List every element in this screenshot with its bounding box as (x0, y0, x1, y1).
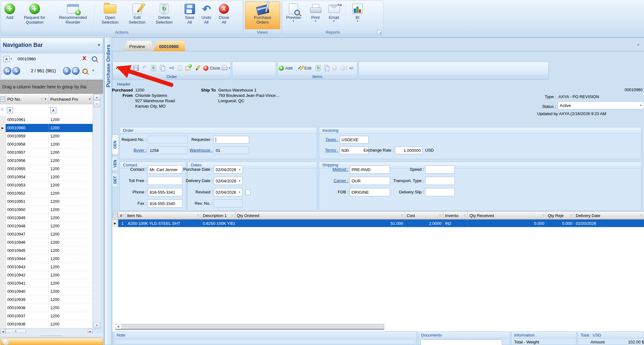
filter-icon[interactable]: ▽ (122, 214, 124, 217)
filter-icon[interactable]: ▽ (231, 214, 233, 217)
po-list-row[interactable]: 00010938 1200 (0, 304, 93, 312)
items-col-item-no[interactable]: Item No.▽ (125, 212, 201, 219)
email-button[interactable]: Email▼ (325, 2, 343, 29)
vendor-column-header[interactable]: Purchased Fro ▼ (49, 94, 93, 104)
po-list-horizontal-scrollbar[interactable]: ◀ ⦀ ▶ (0, 328, 93, 334)
date-dropdown-icon[interactable]: ▼ (238, 180, 241, 182)
delivery-date-input[interactable]: 02/04/2026▼ (214, 177, 243, 185)
po-list-row[interactable]: 00010936 1200 (0, 320, 93, 328)
add-button[interactable]: + Add (3, 2, 17, 29)
speed-input[interactable] (425, 165, 455, 174)
po-list-row[interactable]: 00010960 1200 (0, 124, 93, 132)
order-edit-button[interactable]: Edit (115, 64, 129, 71)
undo-all-button[interactable]: UndoAll (198, 2, 214, 29)
total-weight-row[interactable]: Total - Weight (514, 340, 539, 345)
scroll-up-button[interactable]: ▲ (93, 94, 100, 100)
panel-splitter[interactable] (0, 334, 103, 338)
delivery-slip-input[interactable] (425, 188, 455, 196)
scroll-left-button[interactable]: ◀ (116, 325, 120, 329)
purchase-orders-view-button[interactable]: PurchaseOrders (245, 2, 280, 30)
revised-date-input[interactable]: 02/04/2026▼ (214, 188, 243, 196)
tab-active-document[interactable]: 00010960 (153, 41, 185, 51)
tab-det[interactable]: DET (112, 172, 118, 187)
order-paste-button[interactable] (177, 64, 182, 71)
search-field-type-combo[interactable]: ▼ (3, 56, 13, 62)
filter-icon[interactable]: ▽ (640, 214, 642, 217)
fax-input[interactable]: 816-555-3340 (148, 199, 182, 208)
save-all-button[interactable]: SaveAll (182, 2, 197, 29)
warehouse-input[interactable]: 01 (214, 147, 249, 154)
po-list-row[interactable]: 00010946 1200 (0, 238, 93, 247)
po-list-row[interactable]: 00010942 1200 (0, 271, 93, 279)
purchase-orders-side-strip[interactable]: Purchase Orders (104, 37, 112, 345)
bi-dropdown-arrow[interactable]: ▼ (356, 20, 359, 23)
column-dropdown-icon[interactable]: ▼ (88, 97, 91, 101)
scroll-right-button[interactable]: ▶ (88, 329, 93, 334)
phone-input[interactable]: 816-555-3341 (148, 188, 182, 196)
items-move-down-button[interactable]: ▼ (340, 64, 345, 71)
filter-icon[interactable]: ▽ (439, 214, 441, 217)
order-print-button[interactable]: ▼ (221, 64, 231, 71)
vendor-filter-input[interactable] (57, 107, 91, 113)
email-dropdown-arrow[interactable]: ▼ (333, 20, 335, 23)
buyer-link[interactable]: Buyer : (130, 148, 147, 153)
print-button[interactable]: Print▼ (306, 2, 325, 29)
tab-preview[interactable]: Preview (123, 41, 152, 51)
filter-icon[interactable]: ▽ (401, 214, 403, 217)
purchase-date-input[interactable]: 02/04/2026▼ (214, 165, 243, 174)
search-icon[interactable] (92, 56, 97, 62)
clear-search-icon[interactable]: X (82, 55, 86, 62)
last-record-button[interactable]: ▶ (72, 67, 80, 75)
scroll-left-button[interactable]: ◀ (0, 329, 5, 334)
po-number-column-header[interactable]: PO No. ▽ ▼ (6, 94, 49, 104)
edit-selection-button[interactable]: EditSelection (125, 2, 149, 29)
recommended-reorder-button[interactable]: + RecommendedReorder (53, 2, 93, 29)
filter-icon[interactable]: ▽ (570, 214, 572, 217)
taxes-link[interactable]: Taxes : (322, 137, 338, 142)
items-col-delivery-date[interactable]: Delivery Date▽ (574, 212, 644, 219)
transport-type-input[interactable] (425, 177, 455, 185)
filter-icon[interactable]: ▽ (197, 214, 199, 217)
filter-icon[interactable]: ▽ (464, 214, 466, 217)
open-selection-button[interactable]: OpenSelection (97, 2, 124, 29)
status-combobox[interactable]: Active ▼ (558, 101, 644, 109)
reports-dialog-launcher[interactable] (377, 30, 382, 35)
po-list-row[interactable]: 00010951 1200 (0, 198, 93, 206)
po-list-row[interactable]: 00010953 1200 (0, 181, 93, 189)
scroll-down-button[interactable]: ▼ (93, 322, 100, 328)
exchange-rate-input[interactable]: 1.000000 (395, 147, 423, 154)
po-filter-input[interactable] (13, 107, 47, 113)
preview-dropdown-arrow[interactable]: ▼ (292, 20, 295, 23)
po-list-row[interactable]: 00010955 1200 (0, 165, 93, 173)
terms-link[interactable]: Terms : (322, 148, 338, 153)
tab-scroll-more-icon[interactable]: » (637, 42, 639, 47)
request-for-quotation-button[interactable]: + Request forQuotation (18, 2, 51, 29)
order-close-button[interactable]: Close (203, 64, 220, 71)
po-list-row[interactable]: 00010950 1200 (0, 206, 93, 214)
po-list-row[interactable]: 00010949 1200 (0, 214, 93, 222)
po-list-row[interactable]: 00010952 1200 (0, 189, 93, 198)
items-col-description[interactable]: Description 1▽ (201, 212, 235, 219)
order-receive-button[interactable] (186, 64, 191, 71)
po-list-row[interactable]: 00010961 1200 (0, 116, 93, 124)
items-col-qty-ordered[interactable]: Qty Ordered▽ (235, 212, 405, 219)
date-dropdown-icon[interactable]: ▼ (238, 191, 241, 194)
print-dropdown-icon[interactable]: ▼ (228, 67, 231, 70)
items-col-cost[interactable]: Cost▽ (405, 212, 443, 219)
filter-edit-icon[interactable]: ▽ (1, 108, 3, 112)
po-list-row[interactable]: 00010941 1200 (0, 279, 93, 287)
po-list-row[interactable]: 00010954 1200 (0, 173, 93, 181)
items-grid-corner[interactable] (112, 212, 118, 219)
group-by-hint-bar[interactable]: Drag a column header here to group by th… (0, 80, 103, 94)
items-delete-button[interactable] (316, 64, 321, 71)
items-col-number[interactable]: #▽ (118, 212, 125, 219)
first-record-button[interactable]: ◀ (3, 67, 11, 75)
date-dropdown-icon[interactable]: ▼ (238, 168, 241, 171)
po-list-row[interactable]: 00010937 1200 (0, 312, 93, 320)
contact-input[interactable]: Mr. Carl Jenner (148, 165, 182, 174)
method-link[interactable]: Method : (324, 167, 348, 172)
next-record-button[interactable]: ▶ (63, 67, 71, 75)
status-dropdown-icon[interactable]: ▼ (640, 104, 642, 107)
requester-input[interactable] (214, 136, 249, 143)
po-list-row[interactable]: 00010958 1200 (0, 140, 93, 148)
